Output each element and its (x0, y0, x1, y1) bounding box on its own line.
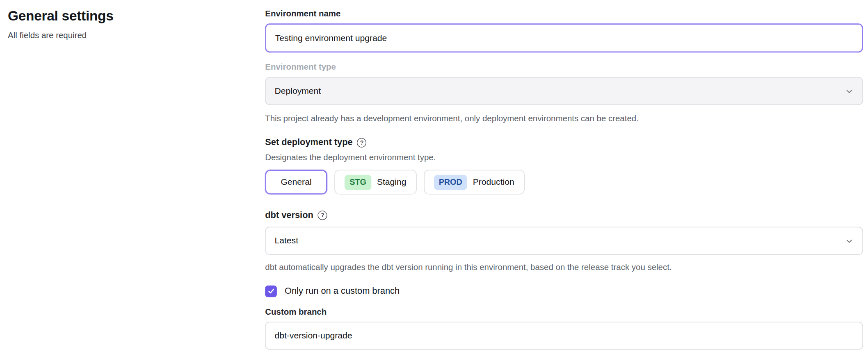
general-settings-form: Environment name Environment type Deploy… (265, 8, 863, 349)
custom-branch-toggle-row: Only run on a custom branch (265, 285, 863, 297)
custom-branch-input[interactable] (265, 322, 863, 349)
page-title: General settings (8, 8, 248, 25)
deployment-type-production-label: Production (473, 177, 514, 187)
production-badge: PROD (434, 175, 467, 190)
deployment-type-label: Set deployment type (265, 136, 352, 149)
custom-branch-toggle-label: Only run on a custom branch (285, 285, 400, 297)
environment-type-select[interactable]: Deployment (265, 77, 863, 105)
help-icon[interactable]: ? (318, 210, 327, 220)
deployment-type-options: General STG Staging PROD Production (265, 170, 863, 194)
dbt-version-label: dbt version (265, 209, 313, 221)
custom-branch-checkbox[interactable] (265, 285, 277, 297)
settings-page: General settings All fields are required… (0, 0, 868, 354)
page-subtitle: All fields are required (8, 30, 248, 41)
deployment-type-general-label: General (281, 177, 311, 187)
dbt-version-helper: dbt automatically upgrades the dbt versi… (265, 261, 863, 272)
deployment-type-production-button[interactable]: PROD Production (424, 170, 524, 194)
help-icon[interactable]: ? (357, 138, 367, 147)
staging-badge: STG (345, 175, 371, 190)
chevron-down-icon (845, 87, 853, 95)
custom-branch-label: Custom branch (265, 306, 863, 317)
environment-type-value: Deployment (274, 86, 321, 96)
environment-name-input[interactable] (265, 23, 863, 52)
environment-type-label: Environment type (265, 61, 863, 73)
dbt-version-value: Latest (274, 236, 298, 246)
check-icon (267, 287, 275, 295)
environment-name-label: Environment name (265, 8, 863, 19)
deployment-type-general-button[interactable]: General (265, 170, 327, 194)
dbt-version-select[interactable]: Latest (265, 227, 863, 255)
environment-type-helper: This project already has a development e… (265, 113, 863, 124)
help-icon-glyph: ? (321, 212, 324, 218)
deployment-type-helper: Designates the deployment environment ty… (265, 152, 863, 163)
help-icon-glyph: ? (360, 139, 364, 145)
deployment-type-staging-label: Staging (377, 177, 407, 187)
chevron-down-icon (845, 236, 853, 245)
settings-header: General settings All fields are required (8, 8, 248, 41)
deployment-type-staging-button[interactable]: STG Staging (335, 170, 417, 194)
